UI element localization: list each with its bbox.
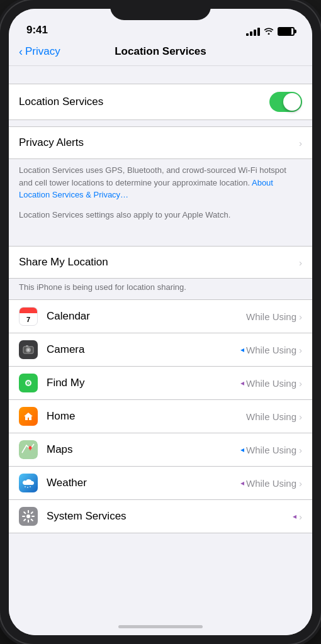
app-value-weather: ◂ While Using: [240, 478, 296, 489]
home-app-icon: [19, 407, 38, 426]
signal-bar-3: [254, 30, 256, 36]
phone-screen: 9:41: [9, 9, 312, 635]
toggle-thumb: [283, 93, 301, 111]
privacy-alerts-group: Privacy Alerts ›: [9, 126, 312, 159]
svg-point-10: [25, 486, 26, 487]
cal-body: 7: [26, 313, 30, 325]
findmy-app-icon: [19, 374, 38, 392]
phone-frame: 9:41: [0, 0, 321, 644]
wifi-icon: [264, 26, 274, 36]
signal-bar-2: [250, 31, 252, 36]
app-name-maps: Maps: [47, 443, 240, 456]
maps-app-icon: [19, 440, 38, 459]
description-text: Location Services uses GPS, Bluetooth, a…: [19, 165, 286, 187]
app-value-calendar: While Using: [246, 311, 296, 322]
share-location-group: Share My Location ›: [9, 246, 312, 279]
cal-header: [20, 308, 37, 313]
app-name-findmy: Find My: [47, 377, 240, 389]
location-services-cell[interactable]: Location Services: [9, 84, 312, 119]
notch: [110, 0, 211, 20]
nav-header: ‹ Privacy Location Services: [9, 40, 312, 66]
share-location-cell[interactable]: Share My Location ›: [9, 247, 312, 278]
home-indicator: [9, 618, 312, 635]
share-location-chevron-icon: ›: [299, 257, 302, 268]
signal-bars: [246, 28, 260, 36]
signal-bar-1: [246, 33, 249, 36]
back-button[interactable]: ‹ Privacy: [19, 45, 60, 58]
home-bar: [118, 625, 203, 628]
list-item[interactable]: Home While Using ›: [9, 400, 312, 433]
svg-point-2: [27, 349, 30, 352]
calendar-icon: 7: [19, 307, 38, 326]
spacer-1: [9, 66, 312, 84]
camera-location-arrow-icon: ◂: [240, 345, 244, 354]
bottom-spacer: [9, 533, 312, 546]
app-name-system: System Services: [47, 510, 293, 523]
back-chevron-icon: ‹: [19, 45, 23, 58]
app-name-weather: Weather: [47, 477, 240, 489]
status-icons: [246, 26, 295, 36]
list-item[interactable]: Camera ◂ While Using ›: [9, 333, 312, 367]
app-name-calendar: Calendar: [47, 310, 246, 323]
app-value-home: While Using: [246, 411, 296, 422]
back-label: Privacy: [25, 45, 60, 58]
system-chevron-icon: ›: [299, 511, 302, 522]
app-value-camera: ◂ While Using: [240, 345, 296, 355]
maps-chevron-icon: ›: [299, 445, 302, 455]
privacy-alerts-chevron-icon: ›: [299, 138, 302, 148]
spacer-2: [9, 120, 312, 126]
signal-bar-4: [257, 28, 260, 36]
svg-point-11: [27, 487, 28, 488]
app-value-maps: ◂ While Using: [240, 445, 296, 455]
location-description: Location Services uses GPS, Bluetooth, a…: [9, 159, 312, 209]
calendar-chevron-icon: ›: [299, 311, 302, 322]
list-item[interactable]: Maps ◂ While Using ›: [9, 433, 312, 467]
location-services-label: Location Services: [19, 96, 269, 108]
app-name-camera: Camera: [47, 343, 240, 356]
maps-location-arrow-icon: ◂: [240, 445, 244, 454]
app-value-findmy: ◂ While Using: [240, 378, 296, 389]
camera-app-icon: [19, 340, 38, 359]
watch-description: Location Services settings also apply to…: [9, 209, 312, 229]
app-name-home: Home: [47, 410, 246, 423]
privacy-alerts-label: Privacy Alerts: [19, 136, 299, 149]
list-item[interactable]: Weather ◂ While Using ›: [9, 467, 312, 500]
status-time: 9:41: [26, 24, 48, 36]
app-value-system: ◂: [293, 512, 296, 521]
list-item[interactable]: 7 Calendar While Using ›: [9, 300, 312, 333]
location-services-group: Location Services: [9, 84, 312, 120]
system-location-arrow-icon: ◂: [293, 512, 296, 521]
list-item[interactable]: System Services ◂ ›: [9, 500, 312, 533]
sharing-note: This iPhone is being used for location s…: [9, 279, 312, 299]
svg-point-6: [28, 382, 29, 384]
list-item[interactable]: Find My ◂ While Using ›: [9, 367, 312, 400]
content-area: Location Services Privacy Alerts › Locat…: [9, 66, 312, 618]
weather-location-arrow-icon: ◂: [240, 479, 244, 487]
location-services-toggle[interactable]: [269, 92, 302, 112]
svg-point-12: [30, 486, 31, 487]
share-location-label: Share My Location: [19, 256, 299, 269]
svg-rect-8: [19, 440, 38, 459]
system-services-app-icon: [19, 507, 38, 526]
camera-chevron-icon: ›: [299, 345, 302, 355]
battery-icon: [278, 27, 295, 36]
battery-fill: [279, 28, 291, 35]
weather-chevron-icon: ›: [299, 478, 302, 489]
findmy-location-arrow-icon: ◂: [240, 379, 244, 387]
apps-list-group: 7 Calendar While Using ›: [9, 299, 312, 533]
page-title: Location Services: [115, 45, 206, 58]
svg-point-13: [26, 514, 30, 518]
weather-app-icon: [19, 474, 38, 492]
home-chevron-icon: ›: [299, 411, 302, 422]
findmy-chevron-icon: ›: [299, 378, 302, 389]
spacer-3: [9, 228, 312, 246]
privacy-alerts-cell[interactable]: Privacy Alerts ›: [9, 127, 312, 158]
svg-rect-3: [26, 345, 28, 347]
